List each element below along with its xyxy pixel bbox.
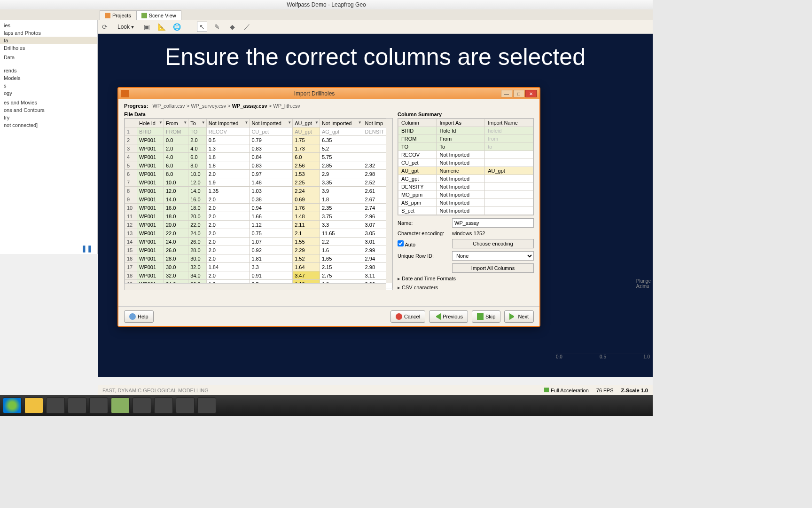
windows-taskbar[interactable] xyxy=(0,395,653,416)
table-cell[interactable]: 0.97 xyxy=(250,170,293,178)
sidebar-item[interactable]: try xyxy=(0,114,97,121)
table-cell[interactable]: WP001 xyxy=(137,212,164,221)
column-header[interactable]: Hole Id▼ xyxy=(137,119,164,127)
table-cell[interactable]: 2.85 xyxy=(320,161,363,170)
choose-encoding-button[interactable]: Choose encoding xyxy=(452,239,534,248)
table-cell[interactable]: WP001 xyxy=(137,271,164,280)
table-cell[interactable]: 1.73 xyxy=(293,144,320,153)
table-cell[interactable]: 32.0 xyxy=(164,271,188,280)
summary-row[interactable]: FROMFromfrom xyxy=(398,135,533,143)
name-input[interactable] xyxy=(452,218,534,228)
unique-row-select[interactable]: None xyxy=(452,251,534,261)
table-cell[interactable]: 2.0 xyxy=(206,254,250,263)
table-cell[interactable]: 18.0 xyxy=(164,212,188,221)
table-cell[interactable]: WP001 xyxy=(137,170,164,178)
table-cell[interactable]: WP001 xyxy=(137,254,164,263)
table-cell[interactable]: 1.81 xyxy=(250,254,293,263)
table-cell[interactable]: 34.0 xyxy=(188,271,206,280)
table-cell[interactable]: 0.84 xyxy=(250,153,293,161)
table-cell[interactable]: 30.0 xyxy=(188,254,206,263)
table-cell[interactable]: 1.52 xyxy=(293,254,320,263)
dialog-titlebar[interactable]: Import Drillholes — □ ✕ xyxy=(118,88,539,99)
table-cell[interactable]: 2.0 xyxy=(206,238,250,246)
previous-button[interactable]: Previous xyxy=(429,310,468,323)
table-cell[interactable]: 28.0 xyxy=(188,246,206,254)
taskbar-leapfrog[interactable] xyxy=(176,397,195,413)
table-cell[interactable]: 6.35 xyxy=(320,136,363,144)
table-cell[interactable]: WP001 xyxy=(137,221,164,229)
taskbar-app1[interactable] xyxy=(111,397,130,413)
taskbar-acrobat[interactable] xyxy=(154,397,173,413)
table-cell[interactable]: 1.6 xyxy=(320,246,363,254)
taskbar-chrome[interactable] xyxy=(68,397,86,413)
summary-row[interactable]: CU_pctNot Imported xyxy=(398,159,533,167)
table-cell[interactable]: 0.79 xyxy=(250,136,293,144)
help-button[interactable]: Help xyxy=(124,310,154,323)
table-cell[interactable]: 1.75 xyxy=(293,136,320,144)
sidebar-item[interactable]: rends xyxy=(0,67,97,74)
column-header[interactable]: Not Imported▼ xyxy=(206,119,250,127)
summary-row[interactable]: AU_gptNumericAU_gpt xyxy=(398,167,533,175)
summary-row[interactable]: DENSITYNot Imported xyxy=(398,183,533,191)
summary-row[interactable]: S_pctNot Imported xyxy=(398,207,533,215)
sidebar-item[interactable]: Data xyxy=(0,54,97,61)
table-cell[interactable]: 16.0 xyxy=(188,195,206,204)
import-all-columns-button[interactable]: Import All Columns xyxy=(452,263,534,273)
table-cell[interactable]: 2.0 xyxy=(206,229,250,238)
table-cell[interactable]: 2.0 xyxy=(206,170,250,178)
sidebar-item[interactable]: s xyxy=(0,82,97,89)
sidebar-item[interactable]: not connected] xyxy=(0,121,97,129)
sidebar-item[interactable]: Drillholes xyxy=(0,44,97,52)
sidebar-item[interactable]: ons and Contours xyxy=(0,106,97,114)
table-cell[interactable]: 1.48 xyxy=(250,178,293,187)
table-cell[interactable]: 24.0 xyxy=(188,229,206,238)
refresh-icon[interactable]: ⟳ xyxy=(100,22,110,32)
table-cell[interactable]: 18.0 xyxy=(188,204,206,212)
table-cell[interactable]: WP001 xyxy=(137,144,164,153)
table-cell[interactable]: 2.0 xyxy=(206,271,250,280)
table-cell[interactable]: WP001 xyxy=(137,178,164,187)
skip-button[interactable]: Skip xyxy=(472,310,500,323)
table-cell[interactable]: 0.83 xyxy=(250,144,293,153)
table-cell[interactable]: 2.29 xyxy=(293,246,320,254)
table-cell[interactable]: 2.24 xyxy=(293,187,320,195)
table-cell[interactable]: 22.0 xyxy=(188,221,206,229)
sidebar-item[interactable]: ta xyxy=(0,37,97,44)
table-cell[interactable]: 8.0 xyxy=(188,161,206,170)
project-tree[interactable]: ieslaps and PhotostaDrillholesDatarendsM… xyxy=(0,20,98,254)
table-cell[interactable]: 1.66 xyxy=(250,212,293,221)
table-cell[interactable]: 2.15 xyxy=(320,263,363,271)
look-dropdown[interactable]: Look ▾ xyxy=(115,24,137,30)
status-zscale[interactable]: Z-Scale 1.0 xyxy=(621,388,648,393)
table-cell[interactable]: 1.84 xyxy=(206,263,250,271)
csv-characters-disclosure[interactable]: CSV characters xyxy=(398,285,534,291)
tool-measure-icon[interactable]: 📐 xyxy=(156,22,167,32)
summary-row[interactable]: TOToto xyxy=(398,143,533,151)
maximize-button[interactable]: □ xyxy=(513,90,524,97)
tab-scene-view[interactable]: Scene View xyxy=(136,10,181,20)
table-cell[interactable]: 10.0 xyxy=(164,178,188,187)
table-cell[interactable]: WP001 xyxy=(137,263,164,271)
table-cell[interactable]: 2.0 xyxy=(164,144,188,153)
table-cell[interactable]: 2.0 xyxy=(206,204,250,212)
vertical-scrollbar[interactable] xyxy=(386,119,392,283)
table-cell[interactable]: 6.0 xyxy=(293,153,320,161)
tab-projects[interactable]: Projects xyxy=(100,10,136,20)
table-cell[interactable]: WP001 xyxy=(137,246,164,254)
column-header[interactable]: Not Imported▼ xyxy=(250,119,293,127)
table-cell[interactable]: 2.11 xyxy=(293,221,320,229)
table-cell[interactable]: 3.3 xyxy=(250,263,293,271)
sidebar-item[interactable]: ies xyxy=(0,22,97,29)
table-cell[interactable]: 1.8 xyxy=(320,195,363,204)
table-cell[interactable]: 0.92 xyxy=(250,246,293,254)
table-cell[interactable]: 2.0 xyxy=(188,136,206,144)
table-cell[interactable]: 8.0 xyxy=(164,170,188,178)
taskbar-explorer[interactable] xyxy=(24,397,43,413)
table-cell[interactable]: 6.0 xyxy=(164,161,188,170)
table-cell[interactable]: 2.75 xyxy=(320,271,363,280)
table-cell[interactable]: 3.3 xyxy=(320,221,363,229)
table-cell[interactable]: 30.0 xyxy=(164,263,188,271)
taskbar-word[interactable] xyxy=(133,397,151,413)
table-cell[interactable]: 26.0 xyxy=(188,238,206,246)
table-cell[interactable]: 2.1 xyxy=(293,229,320,238)
